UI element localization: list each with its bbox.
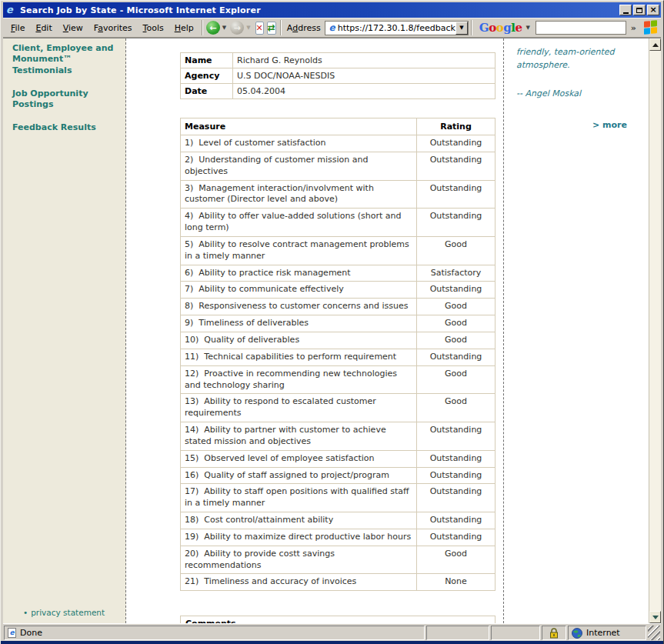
vertical-scrollbar[interactable] — [649, 38, 661, 623]
sidebar-nav-link[interactable]: Client, Employee and Monument™ Testimoni… — [12, 43, 119, 76]
measure-text: 12) Proactive in recommending new techno… — [181, 365, 417, 394]
info-row: Agency U.S DOC/NOAA-NESDIS — [181, 68, 495, 84]
forward-dropdown-icon[interactable]: ▼ — [244, 25, 252, 31]
measures-table: Measure Rating 1) Level of customer sati… — [180, 118, 495, 591]
menu-toolbar: File Edit View Favorites Tools Help ← ▼ … — [3, 18, 661, 38]
back-dropdown-icon[interactable]: ▼ — [220, 25, 229, 31]
measure-rating: Good — [417, 299, 495, 315]
info-value: Richard G. Reynolds — [233, 53, 495, 68]
minimize-button[interactable] — [619, 5, 632, 15]
measures-header-row: Measure Rating — [181, 118, 495, 135]
measure-rating: Outstanding — [417, 422, 495, 451]
measure-text: 18) Cost control/attainment ability — [181, 512, 417, 529]
menu-item[interactable]: Help — [169, 22, 199, 35]
menu-item[interactable]: Favorites — [88, 22, 138, 35]
measure-rating: Good — [417, 394, 495, 422]
status-segment — [491, 626, 540, 640]
measure-text: 20) Ability to provide costt savings rec… — [181, 546, 417, 574]
lock-icon — [549, 628, 559, 639]
measure-column-header: Measure — [181, 118, 417, 135]
info-label: Date — [181, 84, 233, 99]
sidebar-nav-link[interactable]: Job Opportunity Postings — [12, 88, 119, 111]
testimonial-text: friendly, team-oriented atmosphere. — [516, 46, 638, 72]
measure-text: 1) Level of customer satisfaction — [181, 135, 417, 152]
measure-text: 21) Timeliness and accuracy of invoices — [181, 574, 417, 591]
comments-header: Comments — [180, 616, 495, 623]
menu-item[interactable]: File — [5, 22, 30, 35]
privacy-statement-link[interactable]: •privacy statement — [23, 608, 105, 617]
google-search-input[interactable] — [536, 21, 626, 35]
address-input[interactable]: https://172.30.1.8/feedback — [338, 23, 455, 33]
down-arrow-icon — [652, 616, 659, 619]
measure-row: 12) Proactive in recommending new techno… — [181, 365, 495, 394]
measure-text: 4) Ability to offer value-added solution… — [181, 209, 417, 237]
refresh-button[interactable]: ⇄ — [267, 22, 276, 35]
toolbar-overflow-chevron[interactable]: » — [629, 23, 641, 33]
google-dropdown-icon[interactable]: ▼ — [523, 25, 532, 31]
measure-rating: Outstanding — [417, 209, 495, 237]
measure-rating: Outstanding — [417, 529, 495, 546]
measure-row: 19) Ability to maximize direct productiv… — [181, 529, 495, 546]
measure-text: 17) Ability to staff open positions with… — [181, 484, 417, 512]
rating-column-header: Rating — [417, 118, 495, 135]
measure-text: 9) Timeliness of deliverables — [181, 315, 417, 332]
address-bar[interactable]: e https://172.30.1.8/feedback ▼ — [325, 21, 469, 35]
measure-rating: Outstanding — [417, 152, 495, 180]
measure-rating: Outstanding — [417, 512, 495, 529]
measure-text: 13) Ability to respond to escalated cust… — [181, 394, 417, 422]
measure-row: 17) Ability to staff open positions with… — [181, 484, 495, 512]
measure-rating: Good — [417, 332, 495, 349]
measure-row: 3) Management interaction/involvment wit… — [181, 180, 495, 209]
info-label: Name — [181, 53, 233, 68]
measure-text: 14) Ability to partner with customer to … — [181, 422, 417, 451]
measure-row: 10) Quality of deliverables Good — [181, 332, 495, 349]
left-sidebar: Client, Employee and Monument™ Testimoni… — [3, 38, 126, 623]
forward-icon: → — [230, 21, 244, 35]
status-bar: e Done Internet — [3, 623, 661, 641]
bullet-icon: • — [23, 608, 28, 617]
title-bar: e Search Job by State - Microsoft Intern… — [3, 2, 661, 18]
google-logo[interactable]: Google — [479, 21, 522, 35]
toolbar-separator — [202, 20, 203, 35]
address-label: Address — [284, 23, 325, 33]
testimonial-panel: friendly, team-oriented atmosphere. -- A… — [503, 38, 649, 623]
measure-rating: Good — [417, 315, 495, 332]
address-dropdown-button[interactable]: ▼ — [455, 22, 468, 35]
testimonial-attribution: -- Angel Moskal — [516, 88, 638, 98]
scroll-down-button[interactable] — [649, 611, 661, 623]
menu-bar: File Edit View Favorites Tools Help — [5, 22, 199, 35]
measure-rating: Outstanding — [417, 484, 495, 512]
scroll-up-button[interactable] — [649, 38, 661, 51]
globe-icon — [572, 628, 582, 639]
forward-button[interactable]: → ▼ — [230, 21, 252, 35]
page-content: Client, Employee and Monument™ Testimoni… — [3, 38, 661, 623]
measure-row: 8) Responsiveness to customer concerns a… — [181, 299, 495, 315]
back-button[interactable]: ← ▼ — [206, 21, 229, 35]
measure-row: 11) Technical capabilities to perform re… — [181, 349, 495, 365]
menu-item[interactable]: View — [58, 22, 88, 35]
page-icon: e — [327, 22, 338, 33]
measure-text: 10) Quality of deliverables — [181, 332, 417, 349]
maximize-button[interactable] — [633, 5, 646, 15]
ie-logo-icon: e — [6, 5, 17, 15]
window-bottom-edge — [1, 641, 663, 644]
measure-row: 20) Ability to provide costt savings rec… — [181, 546, 495, 574]
maximize-icon — [636, 8, 642, 13]
document-icon: e — [8, 628, 16, 638]
resize-grip[interactable] — [648, 626, 660, 640]
close-button[interactable]: × — [647, 5, 659, 15]
comments-section: Comments — [180, 616, 495, 623]
status-text: Done — [20, 628, 42, 638]
stop-button[interactable]: ✕ — [255, 22, 264, 35]
more-link[interactable]: > more — [516, 120, 638, 130]
menu-item[interactable]: Edit — [30, 22, 57, 35]
close-icon: × — [649, 6, 656, 14]
measure-row: 14) Ability to partner with customer to … — [181, 422, 495, 451]
measure-rating: Outstanding — [417, 450, 495, 467]
info-value: 05.04.2004 — [233, 84, 495, 99]
measure-text: 15) Observed level of employee satisfact… — [181, 450, 417, 467]
scrollbar-track[interactable] — [649, 51, 661, 611]
measure-row: 4) Ability to offer value-added solution… — [181, 209, 495, 237]
sidebar-nav-link[interactable]: Feedback Results — [12, 122, 119, 133]
menu-item[interactable]: Tools — [138, 22, 169, 35]
